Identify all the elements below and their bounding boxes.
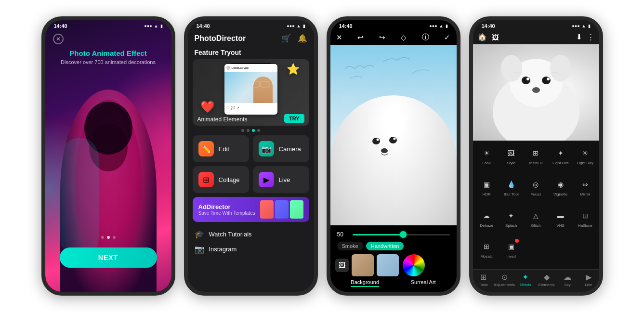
instafill-icon: ⊞ bbox=[529, 146, 542, 160]
thumbnails-row: 🖼 bbox=[330, 252, 457, 278]
tool-focus[interactable]: ◎ Focus bbox=[524, 176, 548, 206]
slider-thumb[interactable] bbox=[400, 231, 407, 238]
erase-icon[interactable]: ◇ bbox=[401, 33, 407, 42]
tool-mirror[interactable]: ⇔ Mirror bbox=[573, 176, 597, 206]
home-icon[interactable]: 🏠 bbox=[478, 33, 487, 41]
next-button[interactable]: NEXT bbox=[60, 247, 157, 268]
live-icon: ▶ bbox=[263, 175, 269, 184]
close-icon-3[interactable]: ✕ bbox=[336, 33, 342, 42]
status-time-4: 14:40 bbox=[482, 23, 495, 29]
splash-label: Splash bbox=[505, 223, 517, 228]
camera-icon-box: 📷 bbox=[259, 141, 274, 156]
post-overlay-svg bbox=[224, 72, 277, 103]
effects-nav-icon: ✦ bbox=[522, 273, 528, 282]
progress-dot-4 bbox=[257, 129, 260, 132]
gallery-icon[interactable]: 🖼 bbox=[492, 33, 499, 41]
post-header: LittleLadygo bbox=[224, 64, 277, 72]
collage-label: Collage bbox=[219, 176, 240, 183]
addirector-banner[interactable]: AdDirector Save Time With Templates bbox=[193, 197, 309, 222]
live-nav-label: Live bbox=[585, 283, 592, 287]
instagram-row[interactable]: 📷 Instagram bbox=[188, 243, 314, 256]
nav-tools[interactable]: ⊞ Tools bbox=[473, 273, 494, 287]
tool-lighthits[interactable]: ✦ Light Hits bbox=[549, 144, 572, 175]
download-icon[interactable]: ⬇ bbox=[576, 33, 582, 41]
menu-item-collage[interactable]: ⊞ Collage bbox=[193, 166, 249, 193]
color-wheel[interactable] bbox=[403, 254, 425, 276]
like-icon: ♡ bbox=[226, 106, 229, 110]
lighthits-icon: ✦ bbox=[554, 146, 567, 160]
tool-vignette[interactable]: ◉ Vignette bbox=[549, 176, 572, 206]
nav-effects[interactable]: ✦ Effects bbox=[515, 273, 536, 287]
nav-live[interactable]: ▶ Live bbox=[578, 273, 599, 287]
feature-banner[interactable]: #Happy Moments LittleLadygo bbox=[193, 59, 309, 126]
signal-icon-2: ●●● bbox=[287, 24, 294, 28]
banner-progress-dots bbox=[188, 129, 314, 132]
done-icon[interactable]: ✓ bbox=[444, 33, 450, 42]
tool-halftone[interactable]: ⊡ Halftone bbox=[573, 207, 597, 237]
dog-photo-svg bbox=[473, 44, 599, 141]
watch-tutorials-row[interactable]: 🎓 Watch Tutorials bbox=[188, 226, 314, 243]
tool-blur[interactable]: 💧 Blur Tool bbox=[499, 176, 523, 206]
doodle-svg bbox=[335, 50, 452, 88]
lighthits-label: Light Hits bbox=[552, 161, 568, 166]
menu-item-edit[interactable]: ✏️ Edit bbox=[193, 135, 249, 162]
new-badge bbox=[515, 239, 519, 243]
ad-preview-2 bbox=[275, 200, 289, 219]
tools-nav-icon: ⊞ bbox=[480, 273, 486, 282]
phone-4-bottom-nav: ⊞ Tools ⊙ Adjustments ✦ Effects ◆ Elemen… bbox=[473, 269, 599, 292]
tool-dehaze[interactable]: ☁ Dehaze bbox=[475, 207, 499, 237]
tab-smoke[interactable]: Smoke bbox=[337, 242, 363, 250]
dog-face-svg bbox=[330, 95, 457, 225]
surreal-art-label[interactable]: Surreal Art bbox=[411, 279, 436, 287]
tool-lightray[interactable]: ✳ Light Ray bbox=[573, 144, 597, 175]
effect-slider[interactable] bbox=[353, 234, 450, 235]
tool-vhs[interactable]: ▬ VHS bbox=[549, 207, 572, 237]
menu-item-live[interactable]: ▶ Live bbox=[253, 166, 309, 193]
texture-thumb-2[interactable] bbox=[377, 254, 399, 276]
tools-grid: ☀ Look 🖼 Style ⊞ InstaFill ✦ Light Hits bbox=[473, 141, 599, 269]
bell-icon[interactable]: 🔔 bbox=[298, 34, 307, 43]
nav-adjustments[interactable]: ⊙ Adjustments bbox=[494, 273, 515, 287]
vignette-icon: ◉ bbox=[554, 178, 567, 191]
tool-hdr[interactable]: ▣ HDR bbox=[475, 176, 499, 206]
tool-look[interactable]: ☀ Look bbox=[475, 144, 499, 175]
mosaic-icon: ⊞ bbox=[480, 240, 493, 253]
sky-nav-icon: ☁ bbox=[564, 273, 571, 282]
focus-label: Focus bbox=[531, 192, 541, 197]
svg-point-8 bbox=[376, 139, 379, 141]
adjustments-nav-icon: ⊙ bbox=[501, 273, 508, 282]
tool-splash[interactable]: ✦ Splash bbox=[499, 207, 523, 237]
dehaze-label: Dehaze bbox=[480, 223, 493, 228]
phone-2-background: 14:40 ●●● ▲ ▮ PhotoDirector 🛒 🔔 bbox=[188, 20, 314, 292]
menu-item-camera[interactable]: 📷 Camera bbox=[253, 135, 309, 162]
elements-nav-label: Elements bbox=[539, 283, 554, 287]
battery-icon-2: ▮ bbox=[303, 24, 305, 28]
info-icon[interactable]: ⓘ bbox=[422, 33, 429, 42]
edit-label: Edit bbox=[219, 145, 229, 153]
invert-label: Invert bbox=[506, 254, 516, 259]
tool-mosaic[interactable]: ⊞ Mosaic bbox=[475, 238, 499, 268]
phone-4-inner: 14:40 ●●● ▲ ▮ 🏠 🖼 ⬇ ⋮ bbox=[473, 20, 599, 292]
tool-invert[interactable]: ▣ Invert bbox=[499, 238, 523, 268]
glitch-label: Glitch bbox=[531, 223, 540, 228]
texture-thumb-1[interactable] bbox=[352, 254, 374, 276]
nav-sky[interactable]: ☁ Sky bbox=[557, 273, 578, 287]
try-button[interactable]: TRY bbox=[284, 114, 304, 123]
tool-instafill[interactable]: ⊞ InstaFill bbox=[524, 144, 548, 175]
tool-glitch[interactable]: △ Glitch bbox=[524, 207, 548, 237]
share-icon: ↗ bbox=[237, 106, 239, 110]
redo-icon[interactable]: ↪ bbox=[379, 33, 385, 42]
nav-elements[interactable]: ◆ Elements bbox=[536, 273, 557, 287]
tool-style[interactable]: 🖼 Style bbox=[499, 144, 523, 175]
post-avatar-dot bbox=[226, 66, 230, 70]
background-label[interactable]: Background bbox=[351, 279, 379, 287]
undo-icon[interactable]: ↩ bbox=[357, 33, 364, 42]
signal-icon-4: ●●● bbox=[572, 24, 579, 28]
tab-handwritten[interactable]: Handwritten bbox=[366, 242, 404, 250]
more-icon[interactable]: ⋮ bbox=[587, 33, 594, 41]
cart-icon[interactable]: 🛒 bbox=[281, 34, 291, 43]
add-photo-icon[interactable]: 🖼 bbox=[335, 259, 349, 272]
svg-point-15 bbox=[522, 77, 530, 84]
status-time: 14:40 bbox=[54, 23, 67, 29]
phone-1-background: 14:40 ●●● ▲ ▮ ✕ bbox=[45, 20, 171, 292]
